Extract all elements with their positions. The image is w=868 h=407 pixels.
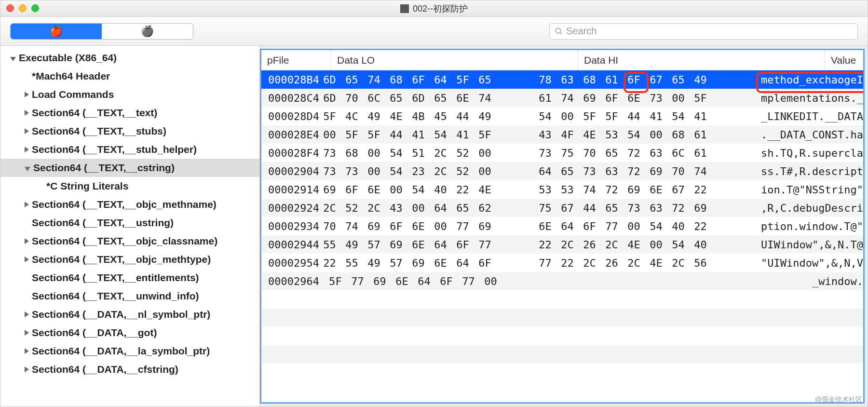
- tree-row-label: Section64 (__TEXT,__objc_classname): [32, 235, 217, 247]
- tree-row-label: Section64 (__TEXT,__entitlements): [32, 272, 199, 284]
- table-row[interactable]: 000029645F77696E646F7700_window.: [261, 272, 863, 290]
- cell-data-lo: 696F6E005440224E: [323, 184, 539, 196]
- tree-row[interactable]: Section64 (__TEXT,__objc_classname): [0, 232, 259, 250]
- chevron-right-icon[interactable]: [25, 330, 29, 336]
- document-icon: [400, 4, 409, 13]
- chevron-right-icon[interactable]: [25, 238, 29, 244]
- cell-data-hi: 6E646F7700544022: [539, 220, 754, 232]
- chevron-right-icon[interactable]: [25, 110, 29, 116]
- tree-row[interactable]: Section64 (__DATA,__cfstring): [0, 360, 259, 379]
- tree-row[interactable]: Section64 (__TEXT,__text): [0, 104, 259, 122]
- tree-row[interactable]: Section64 (__TEXT,__stub_helper): [0, 140, 259, 159]
- table-row[interactable]: 0000290473730054232C52006465736372697074…: [261, 162, 863, 180]
- tree-row-label: Section64 (__DATA,__la_symbol_ptr): [32, 345, 210, 357]
- cell-data-hi: 222C262C4E005440: [539, 239, 754, 251]
- tree-row-label: Executable (X86_64): [19, 52, 117, 64]
- tree-row[interactable]: Load Commands: [0, 85, 259, 104]
- cell-pfile: 00002964: [261, 275, 329, 287]
- tree-row[interactable]: Section64 (__DATA,__la_symbol_ptr): [0, 342, 259, 360]
- tree-row-label: Section64 (__TEXT,__stubs): [32, 125, 166, 137]
- spacer-icon: [39, 184, 43, 189]
- tree-row[interactable]: Section64 (__TEXT,__unwind_info): [0, 287, 259, 305]
- col-header-value[interactable]: Value: [825, 50, 863, 70]
- chevron-right-icon[interactable]: [25, 128, 29, 134]
- tree-row[interactable]: Executable (X86_64): [0, 49, 259, 67]
- chevron-right-icon[interactable]: [25, 92, 29, 97]
- chevron-right-icon[interactable]: [25, 202, 29, 207]
- tree-row-label: Section64 (__DATA,__nl_symbol_ptr): [32, 309, 210, 320]
- col-header-pfile[interactable]: pFile: [261, 50, 331, 70]
- tree-row[interactable]: Section64 (__TEXT,__cstring): [0, 159, 259, 177]
- arch-segment-fat[interactable]: 🍎: [11, 24, 102, 39]
- arch-segmented-control[interactable]: 🍎 🍎: [10, 23, 193, 40]
- tree-row-label: Section64 (__TEXT,__objc_methtype): [32, 254, 211, 265]
- zoom-window-button[interactable]: [31, 4, 39, 12]
- cell-data-lo: 6D706C656D656E74: [323, 92, 539, 104]
- cell-value: UIWindow",&,N.T@: [754, 239, 863, 251]
- chevron-right-icon[interactable]: [25, 147, 29, 152]
- cell-pfile: 00002944: [261, 239, 323, 251]
- cell-data-lo: 73680054512C5200: [323, 147, 539, 159]
- tree-row[interactable]: Section64 (__TEXT,__stubs): [0, 122, 259, 140]
- cell-pfile: 00002924: [261, 202, 323, 214]
- tree-row[interactable]: *C String Literals: [0, 177, 259, 195]
- cell-data-lo: 7074696F6E007769: [323, 220, 539, 232]
- cell-value: _LINKEDIT.__DATA: [754, 110, 863, 122]
- tree-row-label: Section64 (__TEXT,__text): [32, 107, 157, 119]
- close-window-button[interactable]: [6, 4, 14, 12]
- cell-pfile: 000028B4: [261, 74, 323, 86]
- cell-data-lo: 5F77696E646F7700: [329, 275, 567, 287]
- table-row[interactable]: 0000295422554957696E646F77222C262C4E2C56…: [261, 254, 863, 272]
- col-header-data-hi[interactable]: Data HI: [578, 50, 825, 70]
- table-row[interactable]: 000029347074696F6E0077696E646F7700544022…: [261, 217, 863, 235]
- cell-value: mplementations._: [754, 92, 863, 104]
- table-row[interactable]: 00002944554957696E646F77222C262C4E005440…: [261, 235, 863, 254]
- search-field[interactable]: Search: [549, 23, 858, 40]
- cell-data-hi: 7375706572636C61: [539, 147, 754, 159]
- table-row[interactable]: [261, 345, 863, 364]
- cell-data-hi: 786368616F676549: [539, 74, 754, 86]
- table-row[interactable]: 000028F473680054512C52007375706572636C61…: [261, 144, 863, 162]
- tree-row-label: Section64 (__TEXT,__objc_methname): [32, 199, 217, 210]
- chevron-down-icon[interactable]: [10, 57, 16, 61]
- tree-row[interactable]: Section64 (__DATA,__nl_symbol_ptr): [0, 305, 259, 324]
- search-icon: [555, 27, 563, 36]
- chevron-right-icon[interactable]: [25, 366, 29, 372]
- structure-tree[interactable]: Executable (X86_64)*Mach64 HeaderLoad Co…: [0, 46, 260, 407]
- chevron-right-icon[interactable]: [25, 348, 29, 354]
- chevron-right-icon[interactable]: [25, 312, 29, 317]
- apple-gray-icon: 🍎: [141, 25, 154, 38]
- spacer-icon: [25, 74, 29, 79]
- cell-value: sh.TQ,R.supercla: [754, 147, 863, 159]
- tree-row[interactable]: *Mach64 Header: [0, 67, 259, 85]
- table-row[interactable]: 000028E4005F5F444154415F434F4E5354006861…: [261, 125, 863, 144]
- table-row[interactable]: 000028B46D6574686F645F65786368616F676549…: [261, 70, 863, 89]
- table-row[interactable]: 00002914696F6E005440224E53537472696E6722…: [261, 180, 863, 199]
- table-row[interactable]: [261, 327, 863, 345]
- tree-row[interactable]: Section64 (__TEXT,__objc_methname): [0, 195, 259, 214]
- cell-pfile: 000028D4: [261, 110, 323, 122]
- cell-data-hi: 6465736372697074: [539, 165, 754, 177]
- chevron-right-icon[interactable]: [25, 257, 29, 262]
- tree-row[interactable]: Section64 (__DATA,__got): [0, 324, 259, 342]
- arch-segment-thin[interactable]: 🍎: [102, 24, 193, 39]
- tree-row[interactable]: Section64 (__TEXT,__objc_methtype): [0, 250, 259, 269]
- table-row[interactable]: [261, 309, 863, 327]
- table-row[interactable]: 000028C46D706C656D656E746174696F6E73005F…: [261, 89, 863, 107]
- col-header-data-lo[interactable]: Data LO: [331, 50, 578, 70]
- tree-row[interactable]: Section64 (__TEXT,__entitlements): [0, 269, 259, 287]
- cell-data-lo: 73730054232C5200: [323, 165, 539, 177]
- chevron-down-icon[interactable]: [25, 167, 30, 171]
- tree-row[interactable]: Section64 (__TEXT,__ustring): [0, 214, 259, 232]
- table-row[interactable]: [261, 290, 863, 309]
- grid-body[interactable]: 000028B46D6574686F645F65786368616F676549…: [261, 70, 863, 402]
- table-row[interactable]: 000029242C522C43006465627567446573637269…: [261, 199, 863, 217]
- content-pane: pFile Data LO Data HI Value 000028B46D65…: [260, 46, 868, 407]
- tree-row-label: Section64 (__DATA,__got): [32, 327, 157, 339]
- cell-pfile: 00002914: [261, 184, 323, 196]
- cell-value: "UIWindow",&,N,V: [754, 257, 863, 269]
- minimize-window-button[interactable]: [19, 4, 27, 12]
- cell-value: ion.T@"NSString": [754, 184, 863, 196]
- cell-value: _window.: [805, 275, 863, 287]
- table-row[interactable]: 000028D45F4C494E4B45444954005F5F44415441…: [261, 107, 863, 125]
